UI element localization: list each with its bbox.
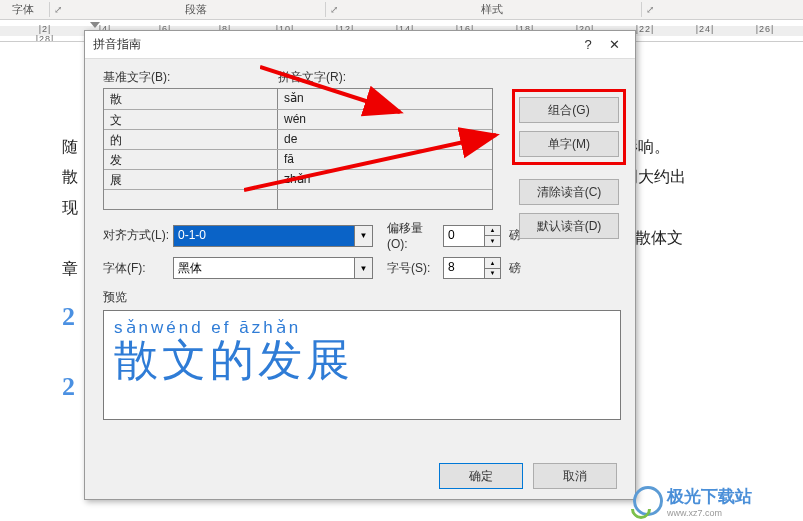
preview-hanzi: 散文的发展 bbox=[114, 338, 354, 382]
mono-button[interactable]: 单字(M) bbox=[519, 131, 619, 157]
offset-label: 偏移量(O): bbox=[373, 220, 443, 251]
size-unit: 磅 bbox=[503, 260, 533, 277]
doc-line: 随 bbox=[62, 138, 78, 155]
help-button[interactable]: ? bbox=[575, 37, 601, 52]
spin-up-icon[interactable]: ▲ bbox=[485, 257, 501, 268]
ribbon-font-label: 字体 bbox=[12, 3, 34, 15]
size-spinner[interactable]: 8 ▲▼ bbox=[443, 257, 503, 279]
ribbon-font-group: 字体 bbox=[0, 2, 50, 17]
ribbon-styles-group: 样式 bbox=[342, 2, 642, 17]
offset-value[interactable]: 0 bbox=[443, 225, 485, 247]
ribbon-paragraph-label: 段落 bbox=[185, 3, 207, 15]
doc-line: 章 bbox=[62, 260, 78, 277]
grid-row-empty[interactable] bbox=[104, 189, 492, 209]
base-text-header: 基准文字(B): bbox=[103, 69, 278, 86]
font-value[interactable]: 黑体 bbox=[173, 257, 355, 279]
preview-label: 预览 bbox=[103, 289, 617, 306]
dialog-title: 拼音指南 bbox=[93, 36, 575, 53]
chevron-down-icon[interactable]: ▼ bbox=[355, 257, 373, 279]
doc-line: 散 bbox=[62, 168, 78, 185]
preview-box: sǎnwénd ef āzhǎn 散文的发展 bbox=[103, 310, 621, 420]
character-grid: 散sǎn文wén的de发fā展zhǎn bbox=[103, 88, 493, 210]
watermark-url: www.xz7.com bbox=[667, 508, 752, 518]
ribbon-paragraph-group: 段落 bbox=[66, 2, 326, 17]
offset-spinner[interactable]: 0 ▲▼ bbox=[443, 225, 503, 247]
ruby-cell[interactable]: de bbox=[278, 130, 492, 149]
grid-row[interactable]: 发fā bbox=[104, 149, 492, 169]
chevron-down-icon[interactable]: ▼ bbox=[355, 225, 373, 247]
ruby-cell[interactable]: fā bbox=[278, 150, 492, 169]
base-cell[interactable]: 文 bbox=[104, 110, 278, 129]
default-reading-button[interactable]: 默认读音(D) bbox=[519, 213, 619, 239]
watermark: 极光下载站 www.xz7.com bbox=[633, 481, 803, 521]
watermark-name: 极光下载站 bbox=[667, 485, 752, 508]
cancel-button[interactable]: 取消 bbox=[533, 463, 617, 489]
spin-up-icon[interactable]: ▲ bbox=[485, 225, 501, 236]
ruby-cell[interactable] bbox=[278, 190, 492, 209]
spin-down-icon[interactable]: ▼ bbox=[485, 268, 501, 280]
font-launcher-icon[interactable]: ⤢ bbox=[50, 4, 66, 15]
paragraph-launcher-icon[interactable]: ⤢ bbox=[326, 4, 342, 15]
base-cell[interactable]: 展 bbox=[104, 170, 278, 189]
ruby-cell[interactable]: zhǎn bbox=[278, 170, 492, 189]
ruby-cell[interactable]: sǎn bbox=[278, 89, 492, 109]
grid-row[interactable]: 的de bbox=[104, 129, 492, 149]
base-cell[interactable]: 发 bbox=[104, 150, 278, 169]
doc-line: 现 bbox=[62, 199, 78, 216]
dialog-titlebar[interactable]: 拼音指南 ? ✕ bbox=[85, 31, 635, 59]
watermark-logo-icon bbox=[633, 486, 663, 516]
styles-launcher-icon[interactable]: ⤢ bbox=[642, 4, 658, 15]
base-cell[interactable]: 的 bbox=[104, 130, 278, 149]
size-value[interactable]: 8 bbox=[443, 257, 485, 279]
grid-row[interactable]: 散sǎn bbox=[104, 89, 492, 109]
pinyin-guide-dialog: 拼音指南 ? ✕ 基准文字(B): 拼音文字(R): 散sǎn文wén的de发f… bbox=[84, 30, 636, 500]
align-value[interactable]: 0-1-0 bbox=[173, 225, 355, 247]
grid-row[interactable]: 展zhǎn bbox=[104, 169, 492, 189]
spin-down-icon[interactable]: ▼ bbox=[485, 235, 501, 247]
ok-button[interactable]: 确定 bbox=[439, 463, 523, 489]
align-label: 对齐方式(L): bbox=[103, 227, 173, 244]
indent-marker-top-icon[interactable] bbox=[90, 22, 100, 28]
base-cell[interactable] bbox=[104, 190, 278, 209]
font-label: 字体(F): bbox=[103, 260, 173, 277]
side-button-panel: 组合(G) 单字(M) 清除读音(C) 默认读音(D) bbox=[519, 97, 619, 239]
font-combo[interactable]: 黑体 ▼ bbox=[173, 257, 373, 279]
ribbon-styles-label: 样式 bbox=[481, 3, 503, 15]
align-combo[interactable]: 0-1-0 ▼ bbox=[173, 225, 373, 247]
group-button[interactable]: 组合(G) bbox=[519, 97, 619, 123]
clear-reading-button[interactable]: 清除读音(C) bbox=[519, 179, 619, 205]
size-label: 字号(S): bbox=[373, 260, 443, 277]
ruby-cell[interactable]: wén bbox=[278, 110, 492, 129]
ruby-text-header: 拼音文字(R): bbox=[278, 69, 617, 86]
close-button[interactable]: ✕ bbox=[601, 37, 627, 52]
base-cell[interactable]: 散 bbox=[104, 89, 278, 109]
grid-row[interactable]: 文wén bbox=[104, 109, 492, 129]
ribbon-strip: 字体 ⤢ 段落 ⤢ 样式 ⤢ bbox=[0, 0, 803, 20]
